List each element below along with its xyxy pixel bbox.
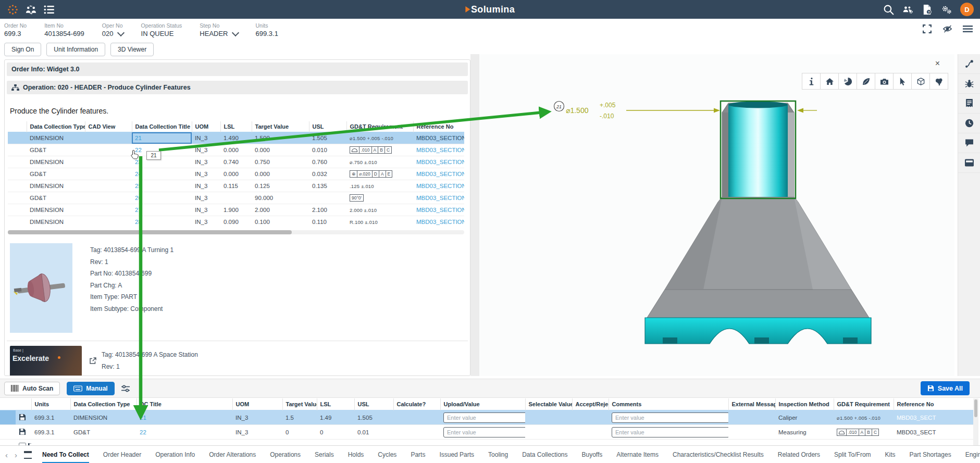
3d-canvas[interactable]: 21 ⌀1.500 +.005 -.010 <box>479 54 954 376</box>
reference-no-link[interactable]: MBD03_SECTION <box>416 147 464 153</box>
column-header[interactable]: Reference No <box>894 398 973 410</box>
tab-serials[interactable]: Serials <box>315 446 334 463</box>
chevron-down-icon[interactable] <box>117 29 124 36</box>
reference-no-link[interactable]: MBD03_SECTION <box>416 171 464 177</box>
reference-no-link[interactable]: MBD03_SECTION <box>416 183 464 189</box>
dc-title-link[interactable]: 21 <box>140 415 146 421</box>
search-icon[interactable] <box>883 4 894 15</box>
help-doc-icon[interactable]: ? <box>922 4 933 15</box>
column-header[interactable]: USL <box>354 398 393 410</box>
reference-no-link[interactable]: MBD03_SECTION <box>416 159 464 165</box>
menu-icon[interactable] <box>963 24 973 34</box>
table-row[interactable]: DIMENSION25IN_30.1150.1250.135.125 ±.010… <box>8 180 464 192</box>
column-header[interactable]: Target Value <box>252 121 309 132</box>
app-launcher-icon[interactable] <box>7 4 18 15</box>
table-row[interactable]: DIMENSION28IN_30.0900.1000.110R.100 ±.01… <box>8 216 464 228</box>
dc-title-link[interactable]: 22 <box>135 147 142 153</box>
reference-no-link[interactable]: MBD03_SECTION <box>416 207 464 213</box>
column-header[interactable]: DC Title <box>137 398 232 410</box>
entry-row[interactable]: 699.3.1DIMENSION21IN_31.51.491.505Calipe… <box>0 410 973 425</box>
column-header[interactable]: Target Value <box>282 398 317 410</box>
user-avatar[interactable]: D <box>960 3 974 16</box>
tab-holds[interactable]: Holds <box>348 446 364 463</box>
tab-related-orders[interactable]: Related Orders <box>778 446 820 463</box>
column-header[interactable]: CAD View <box>85 121 132 132</box>
reference-no-link[interactable]: MBD03_SECTION <box>416 135 464 141</box>
dc-title-link[interactable]: 27 <box>135 207 142 213</box>
tab-issued-parts[interactable]: Issued Parts <box>439 446 474 463</box>
settings-gears-icon[interactable] <box>941 4 952 15</box>
eye-off-icon[interactable] <box>942 24 952 34</box>
tab-characteristics-checklist-results[interactable]: Characteristics/Checklist Results <box>673 446 764 463</box>
tab-operations[interactable]: Operations <box>270 446 301 463</box>
chevron-down-icon[interactable] <box>231 29 239 36</box>
column-header[interactable]: Selectable Value <box>525 398 572 410</box>
sidebar-bug-button[interactable] <box>958 74 980 94</box>
dc-title-link[interactable]: 24 <box>135 171 142 177</box>
fullscreen-icon[interactable] <box>922 24 932 34</box>
column-header[interactable]: Comments <box>609 398 728 410</box>
sign-on-button[interactable]: Sign On <box>4 43 41 56</box>
auto-scan-button[interactable]: Auto Scan <box>4 382 60 395</box>
tab-operation-info[interactable]: Operation Info <box>155 446 195 463</box>
table-row[interactable]: DIMENSION21IN_31.4901.5001.505⌀1.500 +.0… <box>8 132 464 144</box>
tab-order-header[interactable]: Order Header <box>103 446 141 463</box>
tab-engineering-standards[interactable]: Engineering Standards <box>965 446 980 463</box>
tab-tooling[interactable]: Tooling <box>488 446 508 463</box>
dc-title-link[interactable]: 22 <box>140 429 146 435</box>
user-admin-icon[interactable] <box>902 4 913 15</box>
entry-row-partial[interactable] <box>0 440 973 446</box>
panel-divider[interactable] <box>470 54 479 376</box>
table-row[interactable]: GD&T26IN_390.00090°0'MBD03_SECTION <box>8 192 464 204</box>
manual-button[interactable]: Manual <box>67 382 114 395</box>
entry-row[interactable]: 699.3.1GD&T22IN_3000.01Measuring.010ABCM… <box>0 425 973 440</box>
tab-parts[interactable]: Parts <box>411 446 425 463</box>
tab-buyoffs[interactable]: Buyoffs <box>582 446 603 463</box>
tab-split-to-from[interactable]: Split To/From <box>834 446 871 463</box>
entry-table-scrollbar[interactable] <box>973 398 978 445</box>
table-row[interactable]: GD&T22IN_30.0000.0000.010.010ABCMBD03_SE… <box>8 144 464 156</box>
column-header[interactable]: Data Collection Type <box>27 121 85 132</box>
column-header[interactable]: Accept/Reject <box>572 398 609 410</box>
tab-alternate-items[interactable]: Alternate Items <box>616 446 659 463</box>
table-row[interactable]: DIMENSION23IN_30.7400.7500.760⌀.750 ±.01… <box>8 156 464 168</box>
sliders-icon[interactable] <box>121 385 130 392</box>
column-header[interactable]: Units <box>31 398 70 410</box>
save-icon[interactable] <box>19 414 26 421</box>
tabs-scroll-right-icon[interactable]: › <box>15 451 17 459</box>
column-header[interactable]: UOM <box>192 121 220 132</box>
table-row[interactable]: GD&T24IN_30.0000.0000.032⊕⌀.020DAEMBD03_… <box>8 168 464 180</box>
tabs-menu-icon[interactable] <box>24 451 32 459</box>
tabs-scroll-left-icon[interactable]: ‹ <box>5 451 8 459</box>
reference-no-link[interactable]: MBD03_SECTION <box>416 219 464 225</box>
column-header[interactable]: UOM <box>232 398 282 410</box>
column-header[interactable]: Calculate? <box>393 398 440 410</box>
column-header[interactable]: Upload/Value <box>440 398 525 410</box>
save-icon[interactable] <box>19 428 26 435</box>
table-horizontal-scrollbar[interactable] <box>8 230 464 234</box>
column-header[interactable]: LSL <box>317 398 354 410</box>
upload-value-input[interactable] <box>443 427 525 437</box>
3d-viewer-button[interactable]: 3D Viewer <box>110 43 154 56</box>
column-header[interactable]: USL <box>309 121 346 132</box>
tab-kits[interactable]: Kits <box>885 446 896 463</box>
comments-input[interactable] <box>612 412 728 423</box>
tab-order-alterations[interactable]: Order Alterations <box>209 446 256 463</box>
tab-data-collections[interactable]: Data Collections <box>522 446 567 463</box>
sidebar-comments-button[interactable] <box>958 133 980 153</box>
tab-need-to-collect[interactable]: Need To Collect <box>42 446 89 463</box>
task-list-icon[interactable] <box>44 4 55 15</box>
tab-cycles[interactable]: Cycles <box>378 446 396 463</box>
dc-title-link[interactable]: 28 <box>135 219 142 225</box>
dc-title-link[interactable]: 25 <box>135 183 142 189</box>
column-header[interactable]: Data Collection Title <box>132 121 192 132</box>
column-header[interactable]: Data Collection Type <box>70 398 137 410</box>
column-header[interactable]: Reference No <box>413 121 464 132</box>
column-header[interactable]: GD&T Requirement <box>834 398 894 410</box>
sidebar-route-button[interactable] <box>958 54 980 74</box>
column-header[interactable]: GD&T Requirement <box>346 121 413 132</box>
external-link-icon[interactable] <box>89 349 96 372</box>
column-header[interactable]: LSL <box>220 121 252 132</box>
column-header[interactable]: Inspection Method <box>775 398 834 410</box>
sidebar-card-panel-button[interactable] <box>958 153 980 173</box>
